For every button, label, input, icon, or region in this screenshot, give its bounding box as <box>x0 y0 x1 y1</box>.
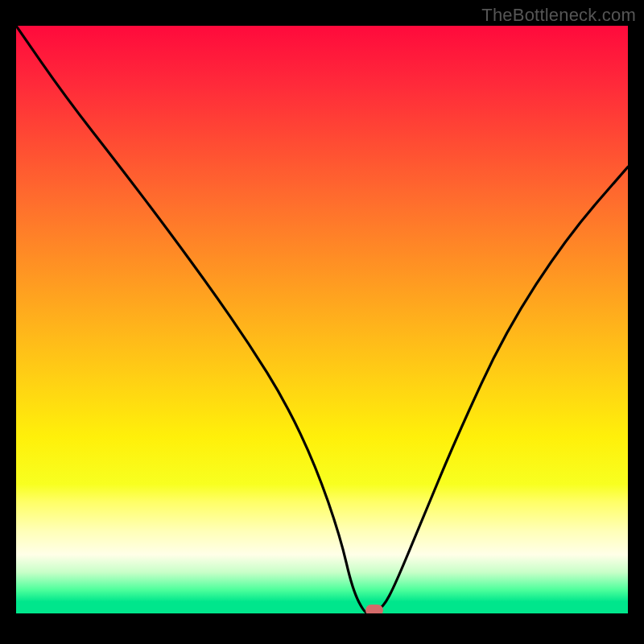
watermark-text: TheBottleneck.com <box>481 5 636 26</box>
plot-area <box>16 26 628 613</box>
bottom-bar <box>0 613 644 644</box>
curve-path <box>16 26 628 613</box>
bottleneck-curve <box>16 26 628 613</box>
